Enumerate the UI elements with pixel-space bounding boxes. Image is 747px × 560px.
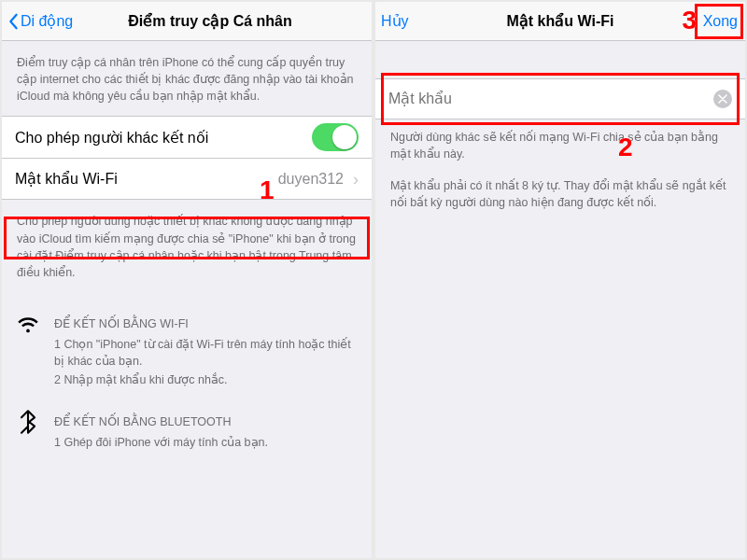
wifi-icon	[15, 311, 41, 337]
wifi-instructions: ĐỂ KẾT NỐI BẰNG WI-FI 1 Chọn "iPhone" từ…	[2, 309, 372, 390]
back-label: Di động	[21, 12, 73, 30]
cancel-label: Hủy	[381, 12, 409, 30]
toggle-knob	[332, 125, 357, 149]
back-button[interactable]: Di động	[7, 12, 73, 30]
chevron-left-icon	[7, 13, 19, 30]
wifi-password-value: duyen312	[278, 171, 347, 188]
bluetooth-instructions: ĐỂ KẾT NỐI BẰNG BLUETOOTH 1 Ghép đôi iPh…	[2, 407, 372, 453]
settings-group: Cho phép người khác kết nối Mật khẩu Wi-…	[2, 116, 372, 200]
bluetooth-icon	[15, 409, 41, 435]
annotation-1: 1	[260, 175, 275, 205]
password-note-1: Người dùng khác sẽ kết nối mạng Wi-Fi ch…	[375, 119, 745, 174]
cancel-button[interactable]: Hủy	[381, 12, 409, 30]
navbar-left: Di động Điểm truy cập Cá nhân	[2, 2, 372, 41]
wifi-step-2: 2 Nhập mật khẩu khi được nhắc.	[2, 371, 372, 390]
wifi-section-title: ĐỂ KẾT NỐI BẰNG WI-FI	[2, 309, 372, 336]
allow-others-row[interactable]: Cho phép người khác kết nối	[2, 117, 372, 158]
redbox-input	[381, 73, 740, 125]
wifi-password-row[interactable]: Mật khẩu Wi-Fi duyen312 ›	[2, 158, 372, 199]
bt-section-title: ĐỂ KẾT NỐI BẰNG BLUETOOTH	[2, 407, 372, 434]
left-pane: Di động Điểm truy cập Cá nhân Điểm truy …	[0, 0, 374, 560]
intro-text: Điểm truy cập cá nhân trên iPhone có thể…	[2, 41, 372, 116]
wifi-step-1: 1 Chọn "iPhone" từ cài đặt Wi-Fi trên má…	[2, 336, 372, 371]
wifi-password-label: Mật khẩu Wi-Fi	[15, 170, 118, 188]
annotation-2: 2	[618, 133, 633, 162]
allow-toggle[interactable]	[312, 123, 359, 151]
redbox-password-row	[4, 217, 370, 259]
chevron-right-icon: ›	[347, 171, 359, 188]
allow-others-label: Cho phép người khác kết nối	[15, 129, 208, 147]
password-note-2: Mật khẩu phải có ít nhất 8 ký tự. Thay đ…	[375, 174, 745, 222]
redbox-done	[695, 4, 743, 39]
annotation-3: 3	[682, 6, 697, 35]
right-pane: Hủy Mật khẩu Wi-Fi Xong Người dùng khác …	[374, 0, 747, 560]
bt-step-1: 1 Ghép đôi iPhone với máy tính của bạn.	[2, 434, 372, 453]
